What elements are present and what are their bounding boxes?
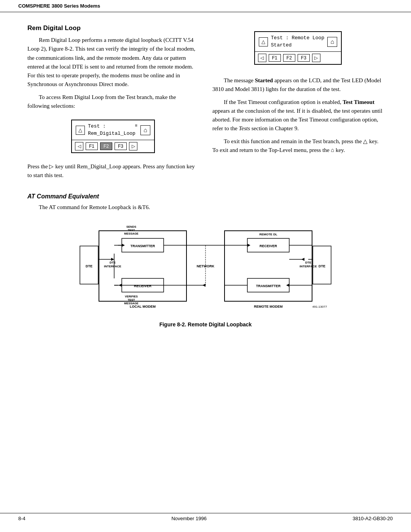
lcd1-right-button[interactable]: ▷ [129,142,137,150]
lcd1-line2: Rem_Digital_Loop [88,130,137,137]
svg-text:LOCAL MODEM: LOCAL MODEM [130,305,156,308]
header-title: COMSPHERE 3800 Series Modems [18,3,100,9]
lcd1-line1: Test : [88,123,106,130]
lcd1-left-button[interactable]: ◁ [75,142,83,150]
svg-marker-48 [202,284,206,287]
lcd1-text: Test : ≡ Rem_Digital_Loop [88,123,137,137]
lcd1-up-button[interactable]: △ [76,126,85,135]
section1-body3: Press the ▷ key until Rem_Digital_Loop a… [27,162,199,180]
svg-text:SENDS: SENDS [126,225,136,228]
footer-left: 8-4 [18,516,25,521]
diagram-caption: Figure 8-2. Remote Digital Loopback [159,321,252,328]
lcd1-f2-button[interactable]: F2 [100,142,112,150]
svg-text:INTERFACE: INTERFACE [299,265,317,268]
svg-text:TRANSMITTER: TRANSMITTER [256,284,281,288]
lcd2-nav-row: ◁ F1 F2 F3 ▷ [255,52,341,64]
at-command-section: AT Command Equivalent The AT command for… [27,193,384,212]
lcd2-left-button[interactable]: ◁ [258,54,266,62]
lcd-display-1: △ Test : ≡ Rem_Digital_Loop ⌂ ◁ F1 [71,120,155,153]
page-header: COMSPHERE 3800 Series Modems [0,0,411,12]
svg-text:REMOTE MODEM: REMOTE MODEM [254,305,283,308]
page-content: Rem Digital Loop Rem Digital Loop perfor… [0,12,411,350]
section1-body1: Rem Digital Loop performs a remote digit… [27,36,199,89]
svg-text:RECEIVER: RECEIVER [134,284,152,288]
lcd1-nav-row: ◁ F1 F2 F3 ▷ [72,140,154,152]
section1-title: Rem Digital Loop [27,24,199,32]
lcd2-display-area: △ Test : Remote Loop Started ⌂ [255,32,341,52]
lcd1-home-button[interactable]: ⌂ [140,125,150,135]
page-footer: 8-4 November 1996 3810-A2-GB30-20 [0,513,411,521]
lcd1-f1-button[interactable]: F1 [86,142,98,150]
footer-center: November 1996 [171,516,207,521]
svg-text:MESSAGE: MESSAGE [124,232,139,235]
right-column: △ Test : Remote Loop Started ⌂ ◁ F1 F2 F… [212,24,384,184]
svg-text:REMOTE DL: REMOTE DL [259,233,277,236]
svg-rect-1 [225,231,312,301]
lcd2-line1: Test : Remote Loop [271,35,324,42]
section3-body: The AT command for Remote Loopback is &T… [27,203,384,212]
lcd2-right-button[interactable]: ▷ [312,54,320,62]
lcd1-f3-button[interactable]: F3 [115,142,127,150]
svg-text:TEST: TEST [127,298,135,302]
svg-text:VERIFIES: VERIFIES [125,295,138,298]
lcd1-display-area: △ Test : ≡ Rem_Digital_Loop ⌂ [72,120,154,140]
svg-text:491-13077: 491-13077 [312,305,327,308]
svg-text:DTE: DTE [319,264,325,268]
loopback-diagram: DTE DTE TRANSMITTER RECEIVER RECEIVER TR… [76,219,335,318]
lcd1-eq: ≡ [135,123,137,130]
footer-right: 3810-A2-GB30-20 [352,516,393,521]
two-column-section: Rem Digital Loop Rem Digital Loop perfor… [27,24,384,184]
diagram-section: DTE DTE TRANSMITTER RECEIVER RECEIVER TR… [27,219,384,328]
lcd2-line2: Started [271,42,324,49]
svg-marker-34 [247,244,250,247]
section2-body2: If the Test Timeout configuration option… [212,98,384,133]
svg-marker-30 [111,258,114,261]
lcd2-f1-button[interactable]: F1 [269,54,281,62]
lcd2-up-button[interactable]: △ [259,37,268,46]
section1-body2: To access Rem Digital Loop from the Test… [27,93,199,111]
svg-text:INTERFACE: INTERFACE [104,265,121,268]
svg-text:DTE: DTE [86,264,92,268]
lcd-display-2: △ Test : Remote Loop Started ⌂ ◁ F1 F2 F… [254,31,342,65]
svg-marker-32 [122,244,125,247]
left-column: Rem Digital Loop Rem Digital Loop perfor… [27,24,199,184]
lcd2-home-button[interactable]: ⌂ [327,37,337,47]
svg-text:DTE: DTE [305,261,312,264]
lcd2-text: Test : Remote Loop Started [271,35,324,48]
section3-title: AT Command Equivalent [27,193,384,200]
lcd2-f2-button[interactable]: F2 [283,54,295,62]
lcd2-f3-button[interactable]: F3 [298,54,310,62]
section2-body3: To exit this function and remain in the … [212,137,384,155]
svg-line-50 [114,245,122,254]
svg-text:TRANSMITTER: TRANSMITTER [131,244,155,248]
svg-text:RECEIVER: RECEIVER [260,244,277,248]
svg-text:TEST: TEST [127,228,135,232]
section2-body1: The message Started appears on the LCD, … [212,76,384,94]
svg-text:DTE: DTE [110,261,116,264]
svg-marker-43 [286,284,289,287]
